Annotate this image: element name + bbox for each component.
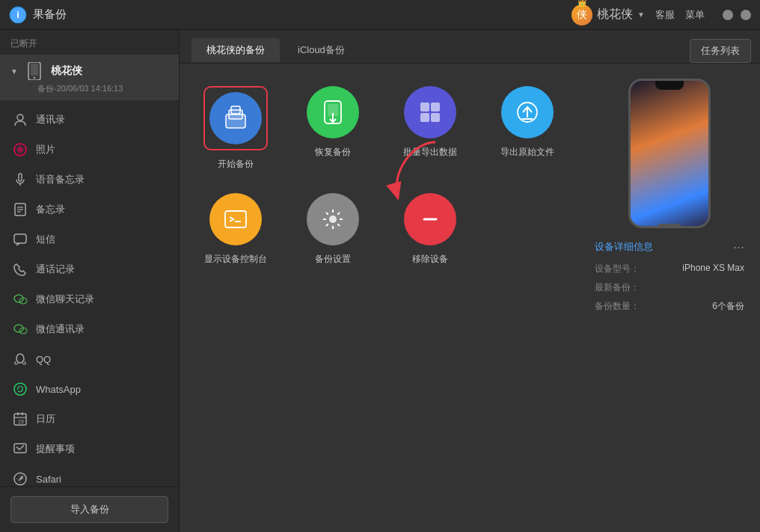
start-backup-icon xyxy=(221,104,250,132)
svg-marker-32 xyxy=(18,475,23,481)
action-backup-settings[interactable]: 备份设置 xyxy=(292,193,374,266)
main-layout: 已断开 ▼ 桃花侠 备份-20/06/03 14:16:13 xyxy=(0,30,760,532)
sidebar-item-call-log[interactable]: 通话记录 xyxy=(0,254,179,284)
collapse-icon: ▼ xyxy=(10,67,18,76)
content-area: 桃花侠的备份 iCloud备份 任务列表 xyxy=(180,30,760,532)
sidebar-item-voice-memo[interactable]: 语音备忘录 xyxy=(0,165,179,195)
sidebar: 已断开 ▼ 桃花侠 备份-20/06/03 14:16:13 xyxy=(0,30,180,532)
sidebar-item-notes[interactable]: 备忘录 xyxy=(0,195,179,224)
app-title: 果备份 xyxy=(33,7,571,22)
contacts-icon xyxy=(12,111,28,128)
tab-icloud-backup[interactable]: iCloud备份 xyxy=(283,38,360,62)
call-log-icon xyxy=(12,261,28,278)
sidebar-item-wechat[interactable]: 微信聊天记录 xyxy=(0,284,179,314)
export-raw-label: 导出原始文件 xyxy=(500,146,554,159)
action-export-raw[interactable]: 导出原始文件 xyxy=(486,86,569,171)
minimize-button[interactable]: — xyxy=(723,10,733,20)
reminders-label: 提醒事项 xyxy=(36,442,75,456)
wechat-label: 微信聊天记录 xyxy=(36,293,94,306)
user-profile[interactable]: 👑 侠 桃花侠 ▼ xyxy=(571,4,645,25)
device-info-more-btn[interactable]: ··· xyxy=(733,240,744,254)
action-batch-export[interactable]: 批量导出数据 xyxy=(389,86,471,171)
svg-point-49 xyxy=(329,215,337,223)
sms-label: 短信 xyxy=(36,233,55,246)
phone-notch xyxy=(655,81,684,90)
notes-label: 备忘录 xyxy=(36,203,65,216)
svg-rect-43 xyxy=(431,113,440,122)
qq-label: QQ xyxy=(36,354,51,365)
dropdown-arrow-icon: ▼ xyxy=(637,10,645,19)
window-controls: — ✕ xyxy=(723,10,751,20)
sidebar-item-sms[interactable]: 短信 xyxy=(0,224,179,254)
show-console-label: 显示设备控制台 xyxy=(204,253,267,266)
latest-backup-label: 最新备份： xyxy=(595,281,640,294)
restore-backup-icon xyxy=(319,98,347,126)
sidebar-item-qq[interactable]: QQ xyxy=(0,344,179,374)
svg-rect-16 xyxy=(14,234,26,243)
wechat-contacts-label: 微信通讯录 xyxy=(36,322,85,336)
import-backup-btn[interactable]: 导入备份 xyxy=(10,496,168,523)
device-info-header: 设备详细信息 ··· xyxy=(595,240,744,254)
task-list-btn[interactable]: 任务列表 xyxy=(690,39,751,63)
batch-export-label: 批量导出数据 xyxy=(403,146,457,159)
device-info-title: 设备详细信息 xyxy=(595,240,653,254)
safari-label: Safari xyxy=(36,474,61,485)
content-body: 开始备份 恢复备份 xyxy=(180,64,760,532)
sidebar-nav: 通讯录 照片 语音备忘录 备忘录 xyxy=(0,100,179,486)
crown-icon: 👑 xyxy=(577,0,586,7)
svg-rect-42 xyxy=(420,113,429,122)
safari-icon xyxy=(12,471,28,486)
qq-icon xyxy=(12,351,28,367)
svg-rect-3 xyxy=(31,64,38,76)
sidebar-item-safari[interactable]: Safari xyxy=(0,464,179,486)
latest-backup-row: 最新备份： xyxy=(595,281,744,294)
start-backup-label: 开始备份 xyxy=(218,158,254,171)
svg-rect-41 xyxy=(431,103,440,111)
action-restore-backup[interactable]: 恢复备份 xyxy=(292,86,374,171)
notes-icon xyxy=(12,201,28,218)
sidebar-item-contacts[interactable]: 通讯录 xyxy=(0,105,179,135)
backup-settings-label: 备份设置 xyxy=(315,253,351,266)
actions-area: 开始备份 恢复备份 xyxy=(180,64,583,532)
close-button[interactable]: ✕ xyxy=(741,10,751,20)
service-btn[interactable]: 客服 xyxy=(655,8,675,22)
backup-count-label: 备份数量： xyxy=(595,300,640,313)
menu-btn[interactable]: 菜单 xyxy=(685,8,705,22)
contacts-label: 通讯录 xyxy=(36,113,65,126)
sms-icon xyxy=(12,231,28,248)
device-phone-icon xyxy=(24,61,45,82)
batch-export-icon xyxy=(416,98,444,126)
sidebar-item-calendar[interactable]: 29 日历 xyxy=(0,404,179,434)
action-remove-device[interactable]: 移除设备 xyxy=(389,193,471,266)
user-name: 桃花侠 xyxy=(597,7,633,22)
avatar: 👑 侠 xyxy=(571,4,592,25)
photos-label: 照片 xyxy=(36,143,55,156)
sidebar-item-wechat-contacts[interactable]: 微信通讯录 xyxy=(0,314,179,344)
svg-rect-47 xyxy=(225,211,246,227)
app-logo: i xyxy=(9,6,27,24)
tab-local-backup[interactable]: 桃花侠的备份 xyxy=(191,38,280,62)
backup-count-value: 6个备份 xyxy=(712,300,744,313)
svg-rect-10 xyxy=(19,174,22,181)
sidebar-item-photos[interactable]: 照片 xyxy=(0,135,179,165)
whatsapp-label: WhatsApp xyxy=(36,384,81,395)
remove-device-label: 移除设备 xyxy=(412,253,448,266)
device-model-label: 设备型号： xyxy=(595,263,640,275)
right-panel: 设备详细信息 ··· 设备型号： iPhone XS Max 最新备份： 备份数… xyxy=(583,64,760,532)
svg-point-19 xyxy=(14,325,23,332)
show-console-icon xyxy=(221,205,250,233)
sidebar-item-whatsapp[interactable]: WhatsApp xyxy=(0,374,179,404)
action-start-backup[interactable]: 开始备份 xyxy=(194,86,277,171)
action-show-console[interactable]: 显示设备控制台 xyxy=(194,193,277,266)
backup-settings-icon xyxy=(319,205,347,233)
calendar-label: 日历 xyxy=(36,412,55,426)
call-log-label: 通话记录 xyxy=(36,263,75,276)
tabs-bar: 桃花侠的备份 iCloud备份 任务列表 xyxy=(180,30,760,64)
backup-count-row: 备份数量： 6个备份 xyxy=(595,300,744,313)
sidebar-status: 已断开 xyxy=(0,30,179,55)
svg-text:29: 29 xyxy=(18,419,24,424)
device-item[interactable]: ▼ 桃花侠 备份-20/06/03 14:16:13 xyxy=(0,55,179,100)
sidebar-item-reminders[interactable]: 提醒事项 xyxy=(0,434,179,464)
device-info-panel: 设备详细信息 ··· 设备型号： iPhone XS Max 最新备份： 备份数… xyxy=(595,240,744,319)
svg-point-4 xyxy=(34,77,35,79)
